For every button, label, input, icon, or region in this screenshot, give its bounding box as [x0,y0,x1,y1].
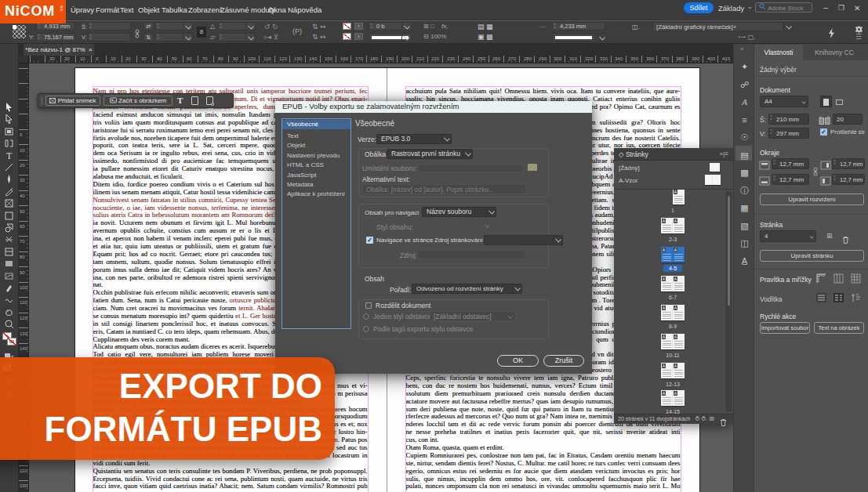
svg-text:T: T [6,150,13,161]
